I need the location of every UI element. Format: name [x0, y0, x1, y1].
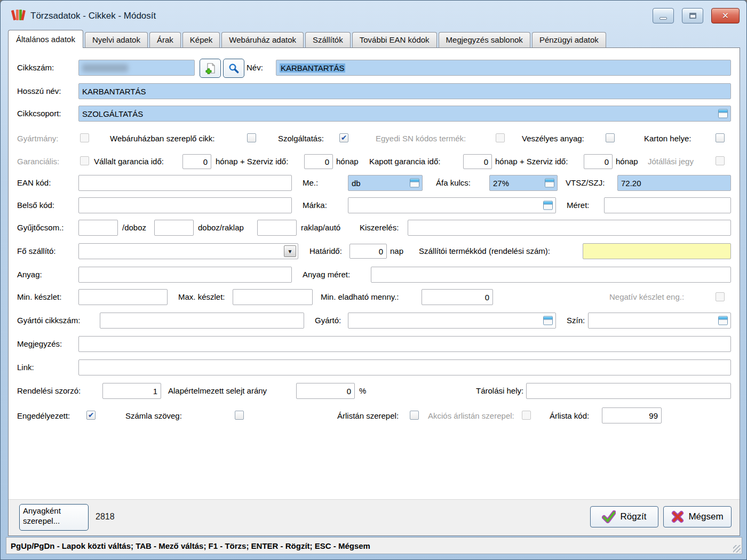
webaruhaz-cikk-label: Webáruházban szereplő cikk: — [110, 133, 215, 144]
arlistan-szerepel-checkbox[interactable] — [410, 411, 419, 420]
fo-szallito-dropdown-icon[interactable]: ▼ — [284, 245, 296, 257]
cikkszam-redacted-value — [82, 64, 128, 72]
maximize-icon — [689, 13, 696, 19]
min-keszlet-label: Min. készlet: — [17, 289, 61, 305]
general-data-panel: Cikkszám: Név: KARBANTARTÁS Hosszú név: … — [8, 47, 740, 536]
megsem-button[interactable]: Mégsem — [663, 506, 732, 527]
megjegyzes-label: Megjegyzés: — [17, 336, 62, 352]
szallitoi-termekkod-input[interactable] — [583, 243, 731, 259]
me-lookup-icon[interactable] — [410, 179, 419, 188]
rendelesi-szorzo-input[interactable]: 1 — [102, 383, 161, 399]
min-elad-input[interactable]: 0 — [422, 289, 493, 305]
marka-input[interactable] — [348, 197, 556, 213]
garancialis-checkbox[interactable] — [80, 156, 89, 165]
tab-kepek[interactable]: Képek — [182, 32, 220, 47]
rendelesi-szorzo-label: Rendelési szorzó: — [17, 383, 81, 399]
vtsz-label: VTSZ/SZJ: — [566, 175, 605, 191]
anyag-meret-label: Anyag méret: — [303, 267, 350, 283]
tab-tovabbi-ean-kodok[interactable]: További EAN kódok — [352, 32, 437, 47]
tab-altalanos-adatok[interactable]: Általános adatok — [8, 30, 83, 48]
cikkcsoport-input[interactable]: SZOLGÁLTATÁS — [78, 106, 731, 122]
tab-penzugyi-adatok[interactable]: Pénzügyi adatok — [532, 32, 606, 47]
jotallasi-jegy-checkbox[interactable] — [716, 156, 725, 165]
doboz-input[interactable] — [154, 220, 194, 236]
resize-grip[interactable] — [733, 545, 741, 553]
cikkszam-input[interactable] — [78, 60, 195, 76]
record-id: 2818 — [96, 506, 115, 527]
hatarido-input[interactable]: 0 — [349, 244, 387, 259]
new-document-icon — [204, 62, 216, 74]
me-combo[interactable]: db — [348, 175, 423, 191]
engedelyezett-checkbox[interactable] — [86, 411, 96, 420]
gyartmany-label: Gyártmány: — [17, 133, 59, 144]
kiszereles-input[interactable] — [408, 220, 731, 236]
max-keszlet-input[interactable] — [233, 289, 313, 305]
karton-helye-checkbox[interactable] — [716, 133, 725, 142]
negativ-keszlet-checkbox[interactable] — [716, 292, 725, 301]
megjegyzes-input[interactable] — [78, 336, 731, 352]
meret-input[interactable] — [604, 197, 731, 213]
arlista-kod-input[interactable]: 99 — [602, 407, 662, 423]
gyartoi-cikkszam-label: Gyártói cikkszám: — [17, 313, 80, 329]
akcios-arlistan-checkbox[interactable] — [522, 411, 531, 420]
gyarto-input[interactable] — [348, 313, 556, 329]
anyagkent-szerepel-button[interactable]: Anyagként szerepel... — [19, 504, 89, 531]
close-icon: ✕ — [722, 12, 729, 20]
tab-arak[interactable]: Árak — [149, 32, 181, 47]
szin-lookup-icon[interactable] — [718, 316, 728, 325]
vtsz-input[interactable]: 72.20 — [617, 175, 731, 191]
tab-nyelvi-adatok[interactable]: Nyelvi adatok — [85, 32, 148, 47]
cikkcsoport-lookup-icon[interactable] — [718, 109, 728, 118]
gyarto-lookup-icon[interactable] — [543, 316, 553, 325]
kapott-garancia-input[interactable]: 0 — [463, 154, 492, 169]
status-bar: PgUp/PgDn - Lapok közti váltás; TAB - Me… — [6, 537, 742, 554]
kapott-szerviz-input[interactable]: 0 — [584, 154, 613, 169]
vallalt-szerviz-input[interactable]: 0 — [304, 154, 333, 169]
gyartmany-checkbox[interactable] — [80, 133, 89, 142]
anyag-input[interactable] — [78, 267, 292, 283]
close-button[interactable]: ✕ — [711, 8, 740, 23]
egyedi-sn-checkbox[interactable] — [496, 133, 505, 142]
ean-kod-input[interactable] — [78, 175, 292, 191]
kiszereles-label: Kiszerelés: — [360, 220, 399, 236]
raklap-input[interactable] — [257, 220, 297, 236]
nev-input[interactable]: KARBANTARTÁS — [276, 60, 731, 76]
link-input[interactable] — [78, 359, 731, 375]
maximize-button[interactable] — [682, 8, 703, 23]
new-item-button[interactable] — [200, 59, 221, 78]
anyag-meret-input[interactable] — [371, 267, 731, 283]
tab-megjegyzes-sablonok[interactable]: Megjegyzés sablonok — [439, 32, 530, 47]
webaruhaz-cikk-checkbox[interactable] — [247, 133, 256, 142]
title-bar[interactable]: Törzsadatok - Cikkek - Módosít ✕ — [1, 1, 746, 29]
belso-kod-label: Belső kód: — [17, 197, 54, 213]
tab-webaruhaz-adatok[interactable]: Webáruház adatok — [221, 32, 304, 47]
rogzit-button[interactable]: Rögzít — [590, 506, 658, 527]
selejt-arany-label: Alapértelmezett selejt arány — [168, 383, 267, 399]
szolgaltatas-checkbox[interactable] — [339, 133, 348, 142]
belso-kod-input[interactable] — [78, 197, 292, 213]
tarolasi-hely-input[interactable] — [526, 383, 731, 399]
search-button[interactable] — [223, 59, 244, 78]
min-keszlet-input[interactable] — [78, 289, 168, 305]
veszelyes-anyag-checkbox[interactable] — [606, 133, 615, 142]
hosszu-nev-input[interactable]: KARBANTARTÁS — [78, 83, 731, 99]
honap-szerviz-label-1: hónap + Szerviz idő: — [216, 154, 288, 170]
minimize-button[interactable] — [653, 8, 674, 23]
szamla-szoveg-checkbox[interactable] — [235, 411, 244, 420]
search-icon — [228, 62, 240, 74]
books-icon — [11, 7, 26, 22]
szallitoi-termekkod-label: Szállítói termékkód (rendelési szám): — [419, 243, 550, 259]
tab-szallitok[interactable]: Szállítók — [305, 32, 351, 47]
afa-kulcs-combo[interactable]: 27% — [489, 175, 558, 191]
marka-lookup-icon[interactable] — [543, 201, 553, 210]
selejt-arany-input[interactable]: 0 — [296, 383, 355, 399]
szin-input[interactable] — [588, 313, 731, 329]
fo-szallito-combo[interactable]: ▼ — [78, 243, 298, 259]
green-check-icon — [602, 510, 616, 523]
karton-helye-label: Karton helye: — [644, 133, 691, 144]
gyartoi-cikkszam-input[interactable] — [100, 313, 304, 329]
gyujtocsom-input[interactable] — [78, 220, 118, 236]
afa-kulcs-lookup-icon[interactable] — [545, 179, 554, 188]
vallalt-garancia-input[interactable]: 0 — [182, 154, 211, 169]
minimize-icon — [659, 17, 667, 20]
